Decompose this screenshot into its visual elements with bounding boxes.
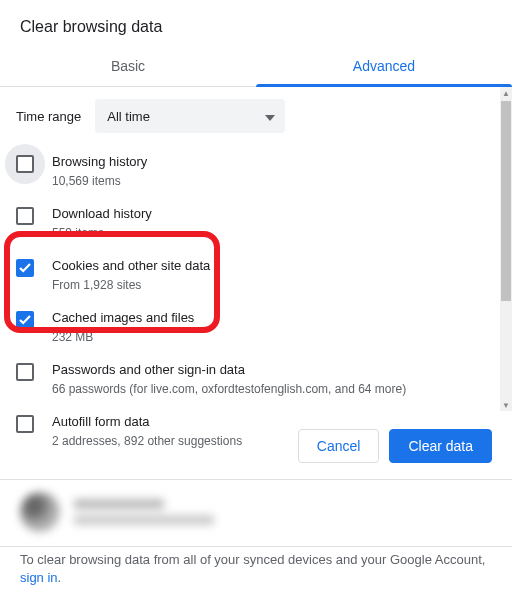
data-type-list: Browsing history 10,569 items Download h… (0, 141, 500, 457)
item-subtitle: 232 MB (52, 329, 484, 345)
checkbox-wrap[interactable] (16, 155, 36, 175)
item-subtitle: From 1,928 sites (52, 277, 484, 293)
item-subtitle: 10,569 items (52, 173, 484, 189)
item-browsing-history: Browsing history 10,569 items (0, 145, 500, 197)
scrollbar[interactable]: ▲ ▼ (500, 87, 512, 411)
checkbox-checked-icon (16, 311, 34, 329)
checkbox-icon (16, 155, 34, 173)
item-text: Autofill form data 2 addresses, 892 othe… (52, 413, 484, 449)
footer-note: To clear browsing data from all of your … (0, 547, 512, 605)
scrollbar-thumb[interactable] (501, 101, 511, 301)
checkbox-checked-icon (16, 259, 34, 277)
item-text: Cookies and other site data From 1,928 s… (52, 257, 484, 293)
tab-basic[interactable]: Basic (0, 46, 256, 86)
checkbox-wrap[interactable] (16, 363, 36, 383)
clear-browsing-data-dialog: Clear browsing data Basic Advanced Time … (0, 0, 512, 615)
item-title: Cookies and other site data (52, 257, 484, 275)
item-title: Autofill form data (52, 413, 484, 431)
item-cached: Cached images and files 232 MB (0, 301, 500, 353)
item-title: Passwords and other sign-in data (52, 361, 484, 379)
item-subtitle: 559 items (52, 225, 484, 241)
checkbox-wrap[interactable] (16, 415, 36, 435)
footer-tail: . (58, 570, 62, 585)
checkbox-icon (16, 415, 34, 433)
checkbox-icon (16, 363, 34, 381)
account-text-blurred (74, 499, 214, 525)
item-download-history: Download history 559 items (0, 197, 500, 249)
time-range-value: All time (107, 109, 150, 124)
item-title: Download history (52, 205, 484, 223)
avatar (20, 492, 60, 532)
checkbox-wrap[interactable] (16, 259, 36, 279)
checkbox-icon (16, 207, 34, 225)
item-autofill: Autofill form data 2 addresses, 892 othe… (0, 405, 500, 457)
checkbox-wrap[interactable] (16, 311, 36, 331)
item-text: Browsing history 10,569 items (52, 153, 484, 189)
tab-label: Advanced (353, 58, 415, 74)
item-title: Cached images and files (52, 309, 484, 327)
time-range-label: Time range (16, 109, 81, 124)
scrollbar-down-arrow-icon[interactable]: ▼ (500, 399, 512, 411)
scrollbar-up-arrow-icon[interactable]: ▲ (500, 87, 512, 99)
footer-text: To clear browsing data from all of your … (20, 552, 485, 567)
checkbox-wrap[interactable] (16, 207, 36, 227)
item-cookies: Cookies and other site data From 1,928 s… (0, 249, 500, 301)
item-subtitle: 2 addresses, 892 other suggestions (52, 433, 484, 449)
sign-in-link[interactable]: sign in (20, 570, 58, 585)
item-title: Browsing history (52, 153, 484, 171)
scroll-area: Time range All time Browsing history 10,… (0, 87, 512, 411)
tab-label: Basic (111, 58, 145, 74)
item-text: Passwords and other sign-in data 66 pass… (52, 361, 484, 397)
item-passwords: Passwords and other sign-in data 66 pass… (0, 353, 500, 405)
dialog-title: Clear browsing data (0, 0, 512, 46)
item-text: Download history 559 items (52, 205, 484, 241)
tab-bar: Basic Advanced (0, 46, 512, 87)
item-subtitle: 66 passwords (for live.com, oxfordtestof… (52, 381, 484, 397)
item-text: Cached images and files 232 MB (52, 309, 484, 345)
tab-advanced[interactable]: Advanced (256, 46, 512, 86)
chevron-down-icon (265, 109, 275, 124)
time-range-row: Time range All time (0, 87, 500, 141)
time-range-select[interactable]: All time (95, 99, 285, 133)
account-row-blurred (0, 480, 512, 546)
